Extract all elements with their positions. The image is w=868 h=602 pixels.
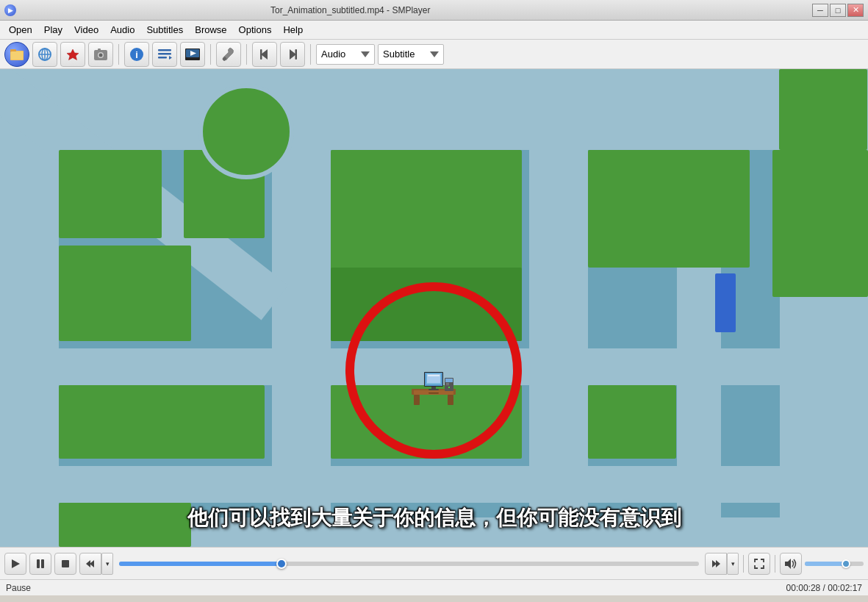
- maximize-button[interactable]: □: [830, 4, 846, 17]
- green-block-7: [59, 385, 265, 459]
- seek-bar[interactable]: [119, 556, 699, 571]
- svg-rect-40: [445, 379, 453, 382]
- svg-marker-25: [361, 51, 370, 57]
- svg-rect-10: [98, 49, 101, 51]
- titlebar-controls: ─ □ ✕: [812, 4, 864, 17]
- green-block-4: [588, 150, 750, 268]
- svg-rect-15: [158, 57, 167, 59]
- audio-dropdown[interactable]: Audio: [316, 44, 375, 65]
- menu-browse[interactable]: Browse: [189, 22, 232, 37]
- forward-button[interactable]: [705, 553, 727, 575]
- audio-dropdown-label: Audio: [321, 49, 345, 60]
- volume-slider[interactable]: [805, 556, 864, 571]
- svg-rect-2: [11, 51, 23, 60]
- control-separator-1: [743, 555, 744, 573]
- rewind-group: ▾: [79, 553, 113, 575]
- svg-rect-28: [414, 395, 420, 405]
- open-folder-button[interactable]: [4, 42, 29, 67]
- svg-rect-36: [428, 375, 440, 376]
- next-button[interactable]: [280, 42, 305, 67]
- minimize-button[interactable]: ─: [812, 4, 828, 17]
- road-h3: [0, 466, 868, 503]
- toolbar-separator-1: [118, 44, 119, 65]
- svg-rect-47: [62, 560, 69, 567]
- favorites-button[interactable]: [60, 42, 85, 67]
- svg-rect-29: [448, 395, 453, 405]
- green-block-9: [588, 385, 676, 459]
- playlist-button[interactable]: [152, 42, 177, 67]
- titlebar-title-text: Tor_Animation_subtitled.mp4 - SMPlayer: [270, 5, 430, 15]
- svg-rect-24: [295, 49, 298, 60]
- media-browser-button[interactable]: [180, 42, 205, 67]
- web-button[interactable]: [32, 42, 57, 67]
- fullscreen-button[interactable]: [748, 553, 770, 575]
- menu-help[interactable]: Help: [277, 22, 309, 37]
- rewind-button[interactable]: [79, 553, 101, 575]
- toolbar-separator-3: [246, 44, 247, 65]
- titlebar: ▶ Tor_Animation_subtitled.mp4 - SMPlayer…: [0, 0, 868, 21]
- svg-rect-46: [41, 559, 44, 568]
- seek-bar-thumb[interactable]: [276, 559, 287, 569]
- svg-marker-52: [785, 559, 791, 569]
- subtitle-dropdown[interactable]: Subtitle: [378, 44, 444, 65]
- video-area[interactable]: 他们可以找到大量关于你的信息，但你可能没有意识到: [0, 69, 868, 547]
- svg-point-9: [99, 53, 103, 57]
- rewind-dropdown-button[interactable]: ▾: [101, 553, 113, 575]
- app-icon: ▶: [4, 4, 16, 16]
- controlbar: ▾ ▾: [0, 547, 868, 579]
- svg-rect-14: [158, 53, 171, 55]
- screenshot-button[interactable]: [88, 42, 113, 67]
- seek-bar-track[interactable]: [119, 562, 699, 566]
- play-button[interactable]: [4, 553, 26, 575]
- subtitle-dropdown-label: Subtitle: [383, 49, 415, 60]
- status-text: Pause: [6, 583, 31, 593]
- svg-text:i: i: [135, 49, 138, 60]
- svg-marker-44: [12, 559, 20, 568]
- roundabout: [198, 84, 294, 179]
- time-display: 00:00:28 / 00:02:17: [786, 583, 862, 593]
- menubar: Open Play Video Audio Subtitles Browse O…: [0, 21, 868, 40]
- statusbar: Pause 00:00:28 / 00:02:17: [0, 579, 868, 595]
- toolbar-separator-4: [310, 44, 311, 65]
- forward-dropdown-button[interactable]: ▾: [727, 553, 739, 575]
- volume-track[interactable]: [805, 562, 864, 566]
- pause-button[interactable]: [29, 553, 51, 575]
- volume-thumb[interactable]: [842, 559, 850, 568]
- menu-audio[interactable]: Audio: [104, 22, 140, 37]
- green-block-1: [59, 150, 162, 238]
- svg-marker-51: [716, 560, 720, 567]
- green-block-5: [772, 150, 868, 297]
- wrench-button[interactable]: [216, 42, 241, 67]
- svg-rect-31: [428, 393, 439, 394]
- svg-rect-45: [37, 559, 40, 568]
- blue-rectangle: [715, 273, 736, 332]
- svg-rect-22: [260, 49, 262, 60]
- road-v3: [529, 69, 588, 547]
- volume-button[interactable]: [780, 553, 802, 575]
- forward-group: ▾: [705, 553, 739, 575]
- menu-options[interactable]: Options: [233, 22, 278, 37]
- svg-rect-41: [446, 383, 449, 384]
- road-v1: [0, 69, 59, 547]
- prev-button[interactable]: [252, 42, 277, 67]
- road-h1: [0, 69, 868, 150]
- menu-open[interactable]: Open: [3, 22, 38, 37]
- svg-rect-42: [446, 384, 449, 385]
- menu-play[interactable]: Play: [38, 22, 68, 37]
- svg-rect-13: [158, 49, 171, 51]
- menu-subtitles[interactable]: Subtitles: [140, 22, 189, 37]
- titlebar-left: ▶ Tor_Animation_subtitled.mp4 - SMPlayer: [4, 4, 430, 16]
- volume-fill: [805, 562, 846, 566]
- road-v5: [677, 69, 721, 547]
- seek-bar-fill: [119, 562, 281, 566]
- toolbar: i Audio Subtitle: [0, 40, 868, 69]
- menu-video[interactable]: Video: [68, 22, 104, 37]
- svg-marker-26: [430, 51, 439, 57]
- svg-marker-16: [169, 56, 172, 60]
- green-block-6: [59, 246, 191, 341]
- green-block-11: [779, 69, 867, 150]
- stop-button[interactable]: [54, 553, 76, 575]
- info-button[interactable]: i: [124, 42, 149, 67]
- close-button[interactable]: ✕: [847, 4, 864, 17]
- svg-point-43: [448, 387, 450, 388]
